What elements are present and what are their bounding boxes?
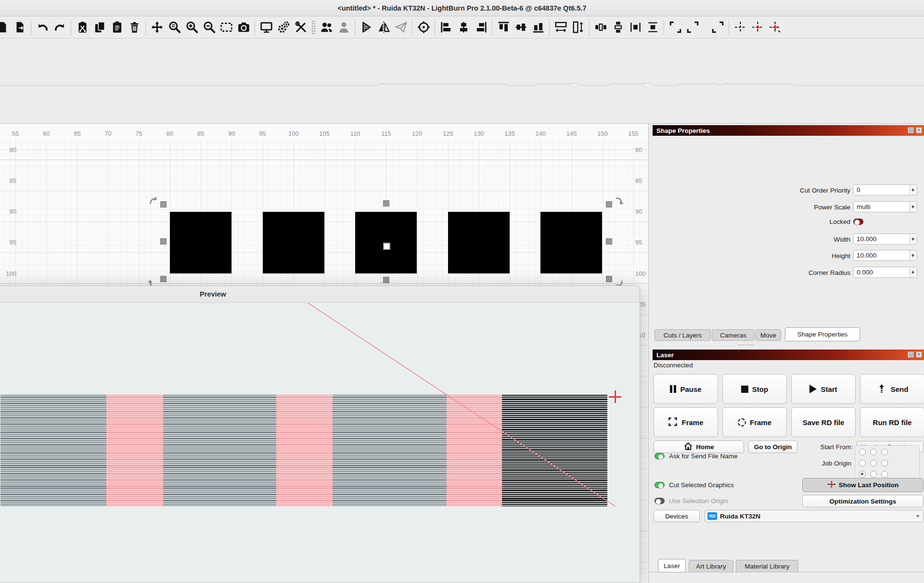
- same-height-icon[interactable]: [569, 18, 587, 37]
- cut-icon[interactable]: [74, 18, 91, 37]
- paste-icon[interactable]: [108, 18, 126, 37]
- engraved-square[interactable]: [540, 212, 602, 273]
- delete-icon[interactable]: [126, 18, 143, 37]
- file-new-icon[interactable]: [0, 18, 11, 37]
- distribute-v-icon[interactable]: [609, 18, 627, 37]
- align-top-icon[interactable]: [495, 18, 512, 37]
- frame-rect-button[interactable]: Frame: [654, 407, 718, 437]
- file-open-icon[interactable]: [11, 18, 28, 37]
- tab-cameras[interactable]: Cameras: [712, 329, 755, 341]
- close-panel-icon[interactable]: ×: [916, 351, 922, 358]
- move-icon[interactable]: [148, 18, 166, 37]
- job-origin-radio[interactable]: [859, 460, 866, 466]
- float-panel-icon[interactable]: ◱: [908, 127, 914, 133]
- last-position-icon[interactable]: [749, 18, 766, 37]
- engraved-square[interactable]: [263, 212, 324, 273]
- go-to-origin-button[interactable]: Go to Origin: [748, 440, 797, 453]
- job-origin-radio[interactable]: [870, 460, 877, 466]
- job-origin-radio-selected[interactable]: [859, 471, 866, 478]
- zoom-in-icon[interactable]: [183, 18, 200, 37]
- power-scale-spinner[interactable]: [910, 202, 917, 212]
- redo-icon[interactable]: [51, 18, 68, 37]
- engraved-square[interactable]: [448, 212, 510, 273]
- selection-handle[interactable]: [383, 200, 389, 207]
- rotate-handle-icon[interactable]: [148, 195, 160, 208]
- preview-icon[interactable]: [358, 18, 375, 37]
- tools-icon[interactable]: [292, 18, 309, 37]
- locked-toggle[interactable]: [853, 219, 863, 225]
- send-button[interactable]: Send: [860, 374, 924, 404]
- selection-handle[interactable]: [606, 238, 612, 245]
- float-panel-icon[interactable]: ◱: [908, 351, 914, 358]
- shape-width-spinner[interactable]: [910, 234, 917, 244]
- cut-order-priority-field[interactable]: 0: [853, 184, 917, 195]
- undo-icon[interactable]: [34, 18, 51, 37]
- tab-material-library[interactable]: Material Library: [736, 560, 798, 572]
- tab-shape-properties[interactable]: Shape Properties: [785, 327, 860, 341]
- shape-height-field[interactable]: 10.000: [853, 250, 917, 261]
- space-h-icon[interactable]: [627, 18, 644, 37]
- device-combo[interactable]: RD Ruida KT32N: [705, 510, 924, 522]
- job-origin-radio[interactable]: [859, 449, 866, 455]
- start-button[interactable]: Start: [791, 374, 856, 404]
- frame-circle-button[interactable]: Frame: [722, 407, 787, 437]
- cut-order-spinner[interactable]: [910, 185, 917, 195]
- machine-settings-icon[interactable]: [275, 18, 292, 37]
- preview-window[interactable]: Preview: [0, 285, 640, 583]
- job-origin-radio[interactable]: [870, 471, 877, 478]
- selection-handle[interactable]: [160, 238, 167, 245]
- users-icon[interactable]: [318, 18, 335, 37]
- job-origin-radio[interactable]: [881, 460, 888, 466]
- use-selection-origin-toggle[interactable]: [654, 498, 665, 504]
- job-origin-radio[interactable]: [881, 471, 888, 478]
- tab-laser[interactable]: Laser: [658, 559, 686, 572]
- home-button[interactable]: Home: [654, 440, 744, 453]
- align-v-middle-icon[interactable]: [512, 18, 529, 37]
- cut-selected-graphics-toggle[interactable]: [654, 482, 665, 488]
- preview-title-bar[interactable]: Preview: [0, 286, 640, 303]
- crosshair-icon[interactable]: [732, 18, 749, 37]
- dock-drag-handle[interactable]: [738, 344, 754, 346]
- stop-button[interactable]: Stop: [722, 374, 787, 404]
- zoom-out-icon[interactable]: [200, 18, 218, 37]
- corner-radius-field[interactable]: 0.000: [853, 267, 917, 278]
- tab-cuts-layers[interactable]: Cuts / Layers: [654, 329, 711, 341]
- tab-move[interactable]: Move: [756, 329, 781, 341]
- user-icon[interactable]: [335, 18, 352, 37]
- align-right-icon[interactable]: [472, 18, 489, 37]
- rotate-handle-icon[interactable]: [612, 195, 625, 208]
- optimization-settings-button[interactable]: Optimization Settings: [802, 495, 924, 507]
- toolbar-drag-handle-icon[interactable]: [311, 20, 316, 35]
- save-rd-file-button[interactable]: Save RD file: [791, 407, 856, 437]
- shape-width-field[interactable]: 10.000: [853, 233, 917, 245]
- align-bottom-icon[interactable]: [529, 18, 547, 37]
- power-scale-field[interactable]: multi: [853, 201, 917, 212]
- selection-handle[interactable]: [606, 201, 612, 207]
- space-v-icon[interactable]: [644, 18, 661, 37]
- focus-target-icon[interactable]: [415, 18, 432, 37]
- selection-handle[interactable]: [160, 276, 167, 282]
- job-origin-radio[interactable]: [881, 449, 888, 455]
- copy-icon[interactable]: [91, 18, 108, 37]
- engraved-square[interactable]: [170, 212, 231, 273]
- selection-center-marker[interactable]: [383, 243, 390, 250]
- monitor-icon[interactable]: [257, 18, 275, 37]
- shape-height-spinner[interactable]: [910, 250, 917, 260]
- jog-origin-icon[interactable]: [766, 18, 783, 37]
- close-panel-icon[interactable]: ×: [916, 127, 922, 133]
- align-left-icon[interactable]: [437, 18, 455, 37]
- corner-marks-tl-icon[interactable]: [667, 18, 684, 37]
- camera-icon[interactable]: [235, 18, 252, 37]
- select-rect-icon[interactable]: [218, 18, 235, 37]
- show-last-position-button[interactable]: Show Last Position: [802, 478, 924, 492]
- tab-art-library[interactable]: Art Library: [689, 560, 733, 572]
- distribute-h-icon[interactable]: [592, 18, 609, 37]
- run-rd-file-button[interactable]: Run RD file: [860, 407, 924, 437]
- mirror-horizontal-icon[interactable]: [375, 18, 392, 37]
- send-file-icon[interactable]: [392, 18, 410, 37]
- corner-radius-spinner[interactable]: [910, 267, 917, 277]
- align-h-center-icon[interactable]: [455, 18, 472, 37]
- corner-marks-bl-icon[interactable]: [709, 18, 726, 37]
- same-width-icon[interactable]: [552, 18, 569, 37]
- pause-button[interactable]: Pause: [654, 374, 718, 404]
